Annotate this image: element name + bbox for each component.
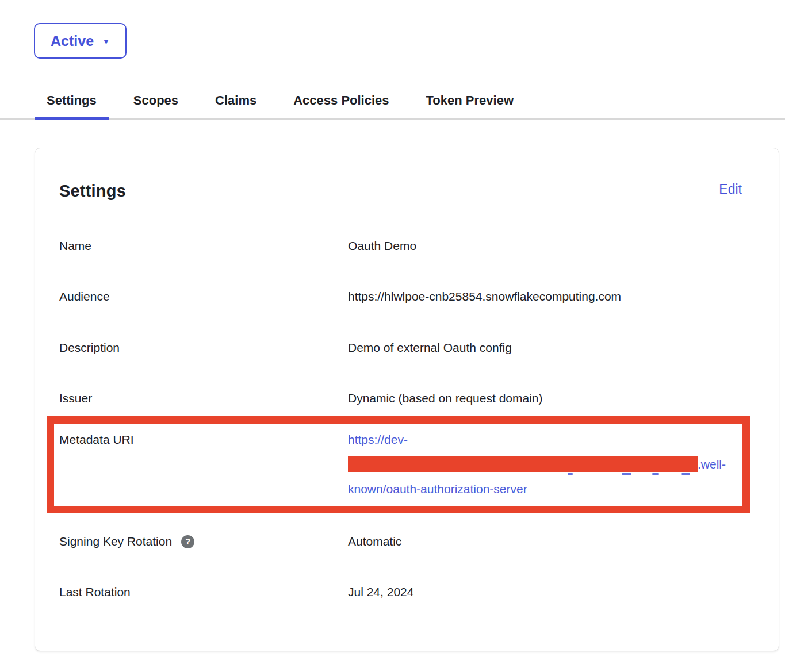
field-value: https://hlwlpoe-cnb25854.snowflakecomput… bbox=[348, 289, 742, 304]
field-value: https://dev- .well- known/oauth-authoriz… bbox=[348, 427, 742, 501]
field-label: Last Rotation bbox=[59, 585, 348, 600]
field-row-audience: Audience https://hlwlpoe-cnb25854.snowfl… bbox=[59, 289, 742, 304]
redaction-bar bbox=[348, 456, 698, 472]
field-row-last-rotation: Last Rotation Jul 24, 2024 bbox=[59, 585, 742, 600]
annotation-highlight-box: Metadata URI https://dev- .well- known/o… bbox=[47, 416, 750, 513]
field-label-text: Signing Key Rotation bbox=[59, 534, 172, 549]
field-label: Audience bbox=[59, 289, 348, 304]
field-value: Demo of external Oauth config bbox=[348, 340, 742, 355]
edit-button[interactable]: Edit bbox=[719, 182, 742, 197]
field-label: Metadata URI bbox=[59, 427, 348, 501]
metadata-uri-link[interactable]: https://dev- .well- known/oauth-authoriz… bbox=[348, 433, 726, 496]
tab-scopes[interactable]: Scopes bbox=[121, 93, 190, 120]
field-row-name: Name Oauth Demo bbox=[59, 239, 742, 254]
card-title: Settings bbox=[59, 182, 126, 201]
field-row-metadata-uri: Metadata URI https://dev- .well- known/o… bbox=[59, 427, 742, 501]
tab-settings[interactable]: Settings bbox=[35, 93, 109, 120]
tab-bar: Settings Scopes Claims Access Policies T… bbox=[0, 93, 785, 120]
card-header: Settings Edit bbox=[59, 182, 742, 201]
settings-card: Settings Edit Name Oauth Demo Audience h… bbox=[35, 148, 779, 651]
chevron-down-icon: ▼ bbox=[102, 38, 110, 45]
field-label: Description bbox=[59, 340, 348, 355]
tab-token-preview[interactable]: Token Preview bbox=[414, 93, 526, 120]
field-label: Signing Key Rotation ? bbox=[59, 534, 348, 549]
field-row-signing-key-rotation: Signing Key Rotation ? Automatic bbox=[59, 534, 742, 549]
metadata-uri-end: known/oauth-authorization-server bbox=[348, 482, 527, 496]
field-row-description: Description Demo of external Oauth confi… bbox=[59, 340, 742, 355]
field-value: Automatic bbox=[348, 534, 742, 549]
tab-claims[interactable]: Claims bbox=[203, 93, 269, 120]
field-label: Name bbox=[59, 239, 348, 254]
status-dropdown-button[interactable]: Active ▼ bbox=[34, 23, 127, 59]
tab-access-policies[interactable]: Access Policies bbox=[281, 93, 401, 120]
field-value: Dynamic (based on request domain) bbox=[348, 391, 742, 406]
field-value: Oauth Demo bbox=[348, 239, 742, 254]
field-row-issuer: Issuer Dynamic (based on request domain) bbox=[59, 391, 742, 406]
status-dropdown-label: Active bbox=[51, 33, 94, 49]
field-value: Jul 24, 2024 bbox=[348, 585, 742, 600]
field-label: Issuer bbox=[59, 391, 348, 406]
help-icon[interactable]: ? bbox=[181, 535, 194, 548]
metadata-uri-start: https://dev- bbox=[348, 433, 408, 446]
metadata-uri-after-redaction: .well- bbox=[698, 458, 726, 471]
